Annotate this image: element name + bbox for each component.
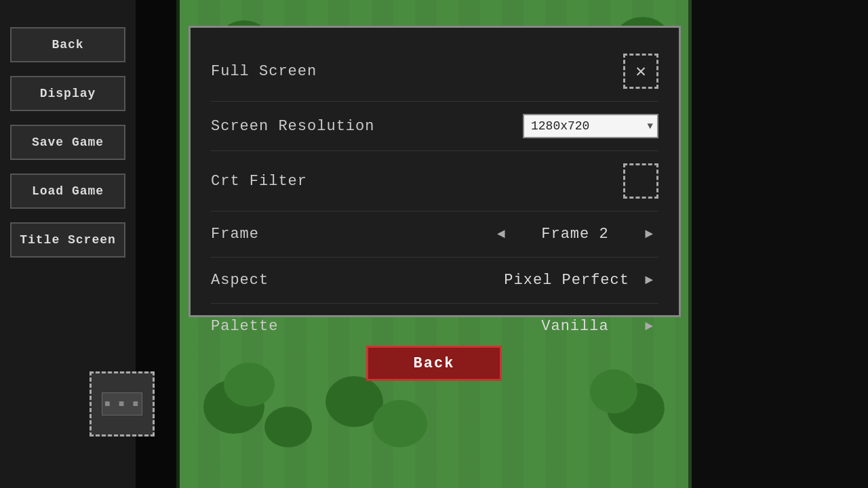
frame-control: ◄ Frame 2 ►	[492, 224, 658, 245]
preview-dots: ■ ■ ■	[104, 399, 140, 409]
full-screen-check-mark: ✕	[635, 60, 646, 82]
full-screen-row: Full Screen ✕	[211, 41, 658, 102]
dialog-inner: Full Screen ✕ Screen Resolution 640x480 …	[191, 28, 679, 363]
sidebar-load-game-button[interactable]: Load Game	[10, 174, 125, 209]
full-screen-control: ✕	[623, 54, 658, 89]
crt-filter-label: Crt Filter	[211, 173, 360, 190]
sidebar-title-screen-button[interactable]: Title Screen	[10, 222, 125, 258]
full-screen-label: Full Screen	[211, 63, 360, 80]
crt-filter-checkbox[interactable]	[623, 163, 658, 199]
aspect-row: Aspect Pixel Perfect ►	[211, 258, 658, 304]
sidebar-back-button[interactable]: Back	[10, 27, 125, 62]
screen-resolution-row: Screen Resolution 640x480 800x600 1024x7…	[211, 102, 658, 151]
tree-11	[590, 369, 637, 413]
sidebar-save-game-button[interactable]: Save Game	[10, 125, 125, 160]
screen-resolution-control: 640x480 800x600 1024x768 868x488 1920x1…	[523, 114, 658, 138]
aspect-next-button[interactable]: ►	[639, 270, 658, 291]
frame-next-button[interactable]: ►	[639, 224, 658, 245]
palette-row: Palette Vanilla ►	[211, 304, 658, 349]
palette-control: Vanilla ►	[521, 316, 658, 337]
aspect-label: Aspect	[211, 272, 360, 289]
frame-prev-button[interactable]: ◄	[492, 224, 511, 245]
aspect-control: Pixel Perfect ►	[504, 270, 658, 291]
palette-value: Vanilla	[521, 318, 629, 335]
palette-next-button[interactable]: ►	[639, 316, 658, 337]
crt-filter-row: Crt Filter	[211, 151, 658, 211]
frame-value: Frame 2	[521, 226, 629, 243]
aspect-value: Pixel Perfect	[504, 272, 629, 289]
sidebar-display-button[interactable]: Display	[10, 76, 125, 111]
preview-inner: ■ ■ ■	[102, 392, 142, 415]
dialog-panel: Full Screen ✕ Screen Resolution 640x480 …	[189, 26, 681, 317]
frame-label: Frame	[211, 226, 360, 243]
back-main-button[interactable]: Back	[366, 346, 502, 381]
screen-resolution-label: Screen Resolution	[211, 118, 374, 135]
tree-9	[373, 400, 427, 447]
right-overlay	[688, 0, 868, 488]
full-screen-checkbox[interactable]: ✕	[623, 54, 658, 89]
resolution-dropdown-wrapper: 640x480 800x600 1024x768 868x488 1920x1…	[523, 114, 658, 138]
palette-label: Palette	[211, 318, 360, 335]
tree-7	[264, 407, 312, 447]
resolution-dropdown[interactable]: 640x480 800x600 1024x768 868x488 1920x1…	[523, 114, 658, 138]
preview-box: ■ ■ ■	[90, 371, 155, 436]
crt-filter-control	[623, 163, 658, 199]
tree-6	[224, 363, 275, 407]
frame-row: Frame ◄ Frame 2 ►	[211, 211, 658, 258]
